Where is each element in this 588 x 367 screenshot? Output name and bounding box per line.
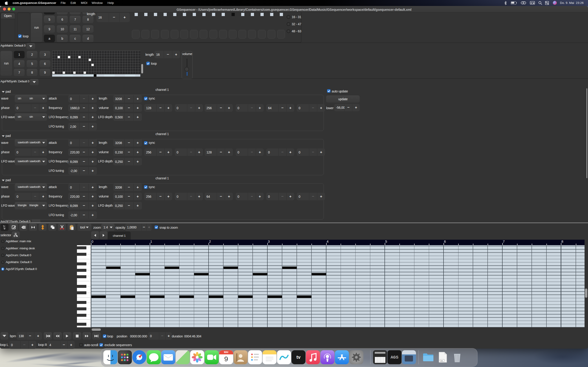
svg-text:csv: csv (441, 360, 443, 361)
